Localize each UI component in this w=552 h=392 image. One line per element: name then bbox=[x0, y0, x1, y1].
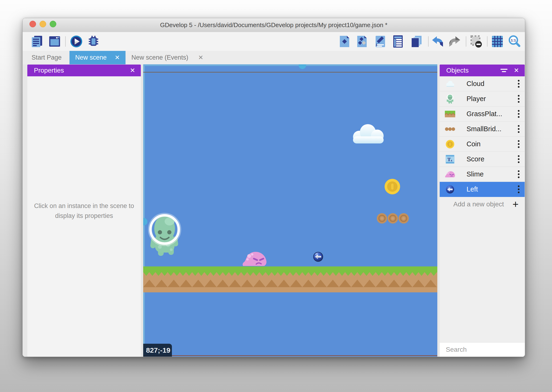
close-tab-icon[interactable]: ✕ bbox=[198, 54, 203, 61]
object-label: Slime bbox=[467, 170, 514, 178]
panel-title: Properties bbox=[34, 67, 130, 74]
canvas-top-edge bbox=[143, 64, 437, 66]
object-label: Score bbox=[467, 155, 514, 163]
object-groups-icon[interactable] bbox=[355, 35, 369, 48]
object-row-smallbridge[interactable]: SmallBrid... bbox=[440, 122, 525, 137]
close-tab-icon[interactable]: ✕ bbox=[115, 54, 120, 61]
object-label: Cloud bbox=[467, 80, 514, 88]
plus-icon: + bbox=[512, 199, 518, 210]
game-window-bottom-border bbox=[143, 355, 437, 356]
title-bar: GDevelop 5 - /Users/david/Documents/GDev… bbox=[23, 18, 525, 32]
panel-title: Objects bbox=[446, 67, 500, 74]
object-row-player[interactable]: Player bbox=[440, 91, 525, 106]
object-row-slime[interactable]: Slime bbox=[440, 167, 525, 182]
dots-vertical-icon[interactable] bbox=[514, 185, 523, 193]
add-new-object-label: Add a new object bbox=[453, 201, 512, 208]
player-instance[interactable] bbox=[144, 211, 184, 259]
small-bridge-object-icon bbox=[445, 124, 455, 134]
toolbar-separator bbox=[487, 36, 488, 47]
toolbar-separator bbox=[65, 36, 66, 47]
object-label: Player bbox=[467, 95, 514, 103]
horizontal-scrollbar-handle[interactable] bbox=[299, 64, 306, 69]
left-button-instance[interactable] bbox=[313, 252, 323, 263]
search-input[interactable] bbox=[445, 346, 525, 354]
properties-panel-header: Properties ✕ bbox=[27, 64, 141, 76]
window-title: GDevelop 5 - /Users/david/Documents/GDev… bbox=[23, 18, 525, 32]
object-row-score[interactable]: Tx Score bbox=[440, 152, 525, 167]
grid-icon[interactable] bbox=[491, 35, 504, 48]
dots-vertical-icon[interactable] bbox=[514, 80, 523, 88]
game-window-top-border bbox=[143, 72, 437, 73]
start-page-icon[interactable] bbox=[48, 35, 61, 48]
svg-text:1:1: 1:1 bbox=[511, 38, 516, 42]
mask-icon[interactable] bbox=[469, 35, 483, 48]
dots-vertical-icon[interactable] bbox=[514, 140, 523, 148]
object-row-left[interactable]: Left bbox=[440, 182, 525, 197]
canvas-left-edge bbox=[143, 64, 145, 357]
cloud-instance[interactable] bbox=[345, 123, 392, 146]
object-label: Left bbox=[467, 185, 514, 193]
objects-panel-header: Objects ✕ bbox=[440, 64, 525, 76]
dots-vertical-icon[interactable] bbox=[514, 170, 523, 178]
slime-instance[interactable] bbox=[242, 251, 269, 267]
layers-icon[interactable] bbox=[410, 35, 423, 48]
small-bridge-instance[interactable] bbox=[376, 213, 409, 225]
dots-vertical-icon[interactable] bbox=[514, 125, 523, 133]
tab-new-scene[interactable]: New scene ✕ bbox=[69, 51, 125, 64]
tab-label: New scene bbox=[75, 54, 107, 61]
gdevelop-window: GDevelop 5 - /Users/david/Documents/GDev… bbox=[22, 18, 525, 357]
tab-label: New scene (Events) bbox=[131, 54, 188, 61]
dots-vertical-icon[interactable] bbox=[514, 155, 523, 163]
properties-panel: Properties ✕ Click on an instance in the… bbox=[27, 64, 141, 357]
scene-properties-icon[interactable] bbox=[374, 35, 387, 48]
scene-canvas[interactable]: 827;-19 bbox=[143, 64, 437, 357]
object-label: GrassPlat... bbox=[467, 110, 514, 118]
close-panel-icon[interactable]: ✕ bbox=[130, 67, 135, 74]
main-toolbar: 1:1 bbox=[23, 32, 525, 51]
dots-vertical-icon[interactable] bbox=[514, 110, 523, 118]
properties-empty-message: Click on an instance in the scene to dis… bbox=[31, 201, 137, 221]
cloud-object-icon bbox=[445, 79, 455, 89]
toolbar-separator bbox=[466, 36, 466, 47]
project-manager-icon[interactable] bbox=[30, 35, 44, 48]
redo-icon[interactable] bbox=[448, 35, 461, 48]
grass-platform-object-icon bbox=[445, 109, 455, 119]
tab-start-page[interactable]: Start Page bbox=[32, 51, 67, 64]
close-panel-icon[interactable]: ✕ bbox=[514, 67, 519, 74]
tab-new-scene-events[interactable]: New scene (Events) ✕ bbox=[131, 51, 209, 64]
object-row-grassplatform[interactable]: GrassPlat... bbox=[440, 106, 525, 122]
left-button-object-icon bbox=[445, 184, 455, 195]
play-preview-icon[interactable] bbox=[70, 35, 83, 48]
objects-search-bar bbox=[440, 342, 525, 357]
object-row-coin[interactable]: Coin bbox=[440, 137, 525, 152]
slime-object-icon bbox=[445, 169, 455, 180]
editor-main-area: Properties ✕ Click on an instance in the… bbox=[23, 64, 525, 357]
cursor-coordinates-badge: 827;-19 bbox=[143, 344, 172, 357]
coin-object-icon bbox=[445, 139, 455, 149]
tab-label: Start Page bbox=[32, 54, 62, 61]
debug-icon[interactable] bbox=[87, 35, 100, 48]
object-row-cloud[interactable]: Cloud bbox=[440, 76, 525, 91]
toolbar-separator bbox=[428, 36, 429, 47]
filter-icon[interactable] bbox=[500, 69, 508, 72]
dots-vertical-icon[interactable] bbox=[514, 95, 523, 103]
undo-icon[interactable] bbox=[431, 35, 444, 48]
player-object-icon bbox=[445, 94, 455, 104]
zoom-1-1-icon[interactable]: 1:1 bbox=[508, 35, 521, 48]
objects-editor-icon[interactable] bbox=[338, 35, 351, 48]
object-label: Coin bbox=[467, 140, 514, 148]
object-label: SmallBrid... bbox=[467, 125, 514, 133]
editor-tab-bar: Start Page New scene ✕ New scene (Events… bbox=[23, 51, 525, 64]
objects-panel: Objects ✕ Cloud bbox=[440, 64, 525, 357]
coin-instance[interactable] bbox=[384, 178, 400, 196]
grass-platform-instance[interactable] bbox=[143, 266, 437, 292]
instances-list-icon[interactable] bbox=[391, 35, 405, 48]
add-new-object-button[interactable]: Add a new object + bbox=[440, 197, 525, 211]
score-text-object-icon: Tx bbox=[445, 154, 455, 164]
